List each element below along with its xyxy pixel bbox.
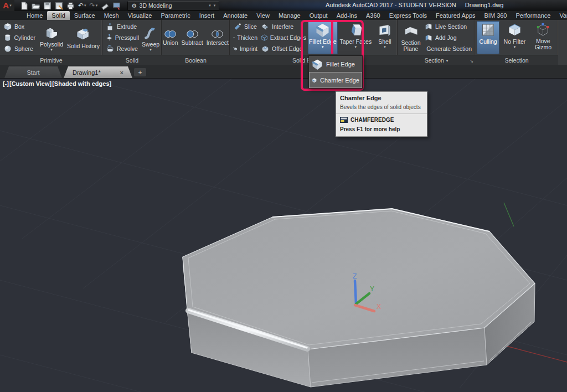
add-jog-icon	[424, 34, 433, 42]
thicken-icon	[233, 34, 235, 42]
sphere-button[interactable]: Sphere	[2, 43, 37, 54]
sweep-button[interactable]: Sweep ▾	[141, 24, 161, 51]
undo-icon: ↶	[78, 2, 84, 9]
no-filter-button[interactable]: No Filter ▾	[502, 21, 528, 54]
redo-button[interactable]: ↷▾	[90, 2, 98, 9]
ribbon-tab-row: Home Solid Surface Mesh Visualize Parame…	[0, 11, 567, 20]
tab-a360[interactable]: A360	[362, 11, 385, 20]
tab-manage[interactable]: Manage	[274, 11, 305, 20]
tab-performance[interactable]: Performance	[511, 11, 555, 20]
boolean-panel-label: Boolean	[162, 55, 230, 65]
fillet-edge-button[interactable]: Fillet Edge ▾	[308, 21, 338, 54]
revolve-label: Revolve	[117, 45, 138, 52]
live-section-button[interactable]: Live Section	[422, 21, 473, 32]
imprint-icon	[233, 45, 238, 53]
undo-caret-icon: ▾	[84, 3, 86, 8]
union-button[interactable]: Union	[162, 28, 179, 47]
new-button[interactable]	[20, 2, 28, 10]
viewport-view-control[interactable]: [Custom View]	[9, 80, 52, 87]
tab-bim-360[interactable]: BIM 360	[480, 11, 512, 20]
taper-faces-button[interactable]: Taper Faces ▾	[338, 21, 374, 54]
extrude-button[interactable]: Extrude	[104, 21, 141, 32]
tab-express-tools[interactable]: Express Tools	[385, 11, 431, 20]
tab-add-ins[interactable]: Add-ins	[332, 11, 362, 20]
publish-button[interactable]	[101, 2, 109, 10]
revolve-button[interactable]: Revolve	[104, 43, 141, 54]
tab-mesh[interactable]: Mesh	[100, 11, 123, 20]
plot-button[interactable]	[66, 2, 75, 10]
offset-edge-button[interactable]: Offset Edge	[259, 43, 308, 54]
live-section-icon	[424, 23, 433, 30]
solid-history-button[interactable]: Solid History	[66, 25, 101, 50]
file-tab-drawing1[interactable]: Drawing1* ×	[64, 66, 132, 78]
save-button[interactable]	[43, 2, 51, 10]
viewport-control-menu[interactable]: [-]	[3, 80, 9, 87]
boolean-label-text: Boolean	[185, 57, 207, 64]
panel-solid: Extrude Presspull Revolve Sweep ▾ Solid	[102, 20, 162, 65]
move-gizmo-button[interactable]: Move Gizmo	[530, 21, 556, 54]
tab-parametric[interactable]: Parametric	[156, 11, 194, 20]
fillet-edge-dropdown: Fillet Edge Chamfer Edge	[308, 55, 363, 89]
extract-edges-button[interactable]: Extract Edges	[259, 32, 308, 43]
thicken-button[interactable]: Thicken	[231, 32, 259, 43]
cylinder-button[interactable]: Cylinder	[2, 32, 37, 43]
no-filter-caret-icon: ▾	[514, 45, 516, 48]
intersect-button[interactable]: Intersect	[205, 28, 230, 47]
file-tab-start[interactable]: Start	[4, 66, 62, 78]
workspace-switch-button[interactable]	[112, 2, 121, 10]
solid-object[interactable]	[183, 209, 535, 387]
tab-home[interactable]: Home	[22, 11, 47, 20]
fillet-edge-caret-icon: ▾	[322, 45, 324, 48]
extract-edges-icon	[261, 34, 268, 42]
tab-vault[interactable]: Vault	[555, 11, 567, 20]
section-plane-icon	[404, 24, 419, 39]
new-drawing-tab-button[interactable]: +	[134, 68, 146, 76]
polysolid-button[interactable]: Polysolid ▾	[37, 24, 66, 51]
presspull-button[interactable]: Presspull	[104, 32, 141, 43]
shell-button[interactable]: Shell ▾	[374, 21, 396, 54]
menu-item-fillet-edge[interactable]: Fillet Edge	[309, 56, 362, 72]
viewport-canvas[interactable]: Z Y X	[0, 78, 567, 392]
section-panel-label[interactable]: Section ▾ ↘	[398, 55, 475, 65]
box-button[interactable]: Box	[2, 21, 37, 32]
subtract-button[interactable]: Subtract	[181, 28, 204, 47]
move-gizmo-icon	[535, 23, 550, 37]
menu-item-chamfer-edge[interactable]: Chamfer Edge	[309, 72, 362, 88]
panel-section: Section Plane Live Section Add Jog Gener…	[398, 20, 475, 65]
add-jog-button[interactable]: Add Jog	[422, 32, 473, 43]
slice-button[interactable]: Slice	[231, 21, 259, 32]
app-logo[interactable]: A ▾	[0, 0, 14, 11]
section-plane-button[interactable]: Section Plane	[399, 23, 422, 53]
tab-insert[interactable]: Insert	[195, 11, 219, 20]
drawing-viewport[interactable]: [-] [Custom View] [Shaded with edges]	[0, 78, 567, 392]
tab-view[interactable]: View	[252, 11, 274, 20]
tab-output[interactable]: Output	[305, 11, 332, 20]
viewport-visual-style-control[interactable]: [Shaded with edges]	[52, 80, 112, 87]
interfere-button[interactable]: Interfere	[259, 21, 308, 32]
ucs-x-label: X	[377, 303, 381, 311]
redo-caret-icon: ▾	[96, 3, 98, 8]
imprint-button[interactable]: Imprint	[231, 43, 259, 54]
workspace-selector[interactable]: ⚙ 3D Modeling ▾ ▾	[127, 1, 219, 11]
gear-icon: ⚙	[131, 2, 136, 9]
world-y-axis-line	[504, 203, 514, 226]
slice-icon	[233, 23, 242, 30]
close-tab-icon[interactable]: ×	[120, 69, 123, 76]
save-as-button[interactable]	[55, 2, 63, 10]
tab-featured-apps[interactable]: Featured Apps	[431, 11, 480, 20]
tab-surface[interactable]: Surface	[70, 11, 100, 20]
panel-selection: Culling No Filter ▾ Move Gizmo Selection	[475, 20, 558, 65]
panel-boolean: Union Subtract Intersect Boolean	[162, 20, 230, 65]
generate-section-button[interactable]: Generate Section	[422, 43, 473, 54]
tab-annotate[interactable]: Annotate	[219, 11, 252, 20]
add-jog-label: Add Jog	[435, 34, 457, 41]
workspace-caret-icon: ▾	[209, 3, 211, 8]
tab-solid[interactable]: Solid	[47, 11, 69, 20]
section-dialog-launcher-icon[interactable]: ↘	[470, 59, 473, 64]
undo-button[interactable]: ↶▾	[78, 2, 86, 9]
solid-history-label: Solid History	[67, 43, 100, 49]
tab-visualize[interactable]: Visualize	[123, 11, 157, 20]
revolve-icon	[106, 45, 115, 53]
culling-button[interactable]: Culling	[477, 21, 499, 54]
open-button[interactable]	[32, 2, 40, 10]
